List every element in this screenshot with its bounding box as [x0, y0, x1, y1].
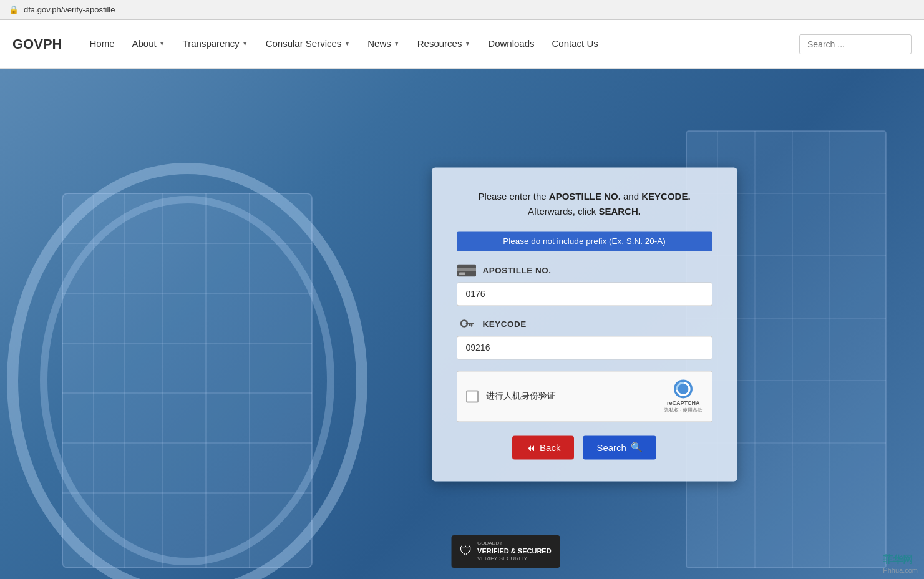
card-title: Please enter the APOSTILLE NO. and KEYCO…	[457, 189, 712, 219]
recaptcha-label: 进行人机身份验证	[486, 391, 556, 402]
nav-item-resources[interactable]: Resources ▼	[409, 20, 480, 69]
recaptcha-subtext1: reCAPTCHA	[664, 400, 703, 407]
card-icon	[457, 263, 477, 277]
notice-box: Please do not include prefix (Ex. S.N. 2…	[457, 231, 712, 251]
browser-bar: 🔒 dfa.gov.ph/verify-apostille	[0, 0, 924, 20]
key-icon	[457, 317, 477, 331]
watermark-chinese: 菲华网	[883, 553, 918, 567]
svg-rect-25	[457, 268, 476, 271]
title-text-part1: Please enter the	[478, 191, 548, 202]
chevron-down-icon: ▼	[394, 40, 400, 47]
godaddy-verify-link: VERIFY SECURITY	[477, 555, 552, 563]
apostille-label: APOSTILLE NO.	[483, 266, 552, 275]
chevron-down-icon: ▼	[344, 40, 350, 47]
search-container	[799, 34, 912, 54]
keycode-input[interactable]	[457, 336, 712, 359]
svg-rect-26	[459, 272, 465, 275]
recaptcha-checkbox[interactable]	[466, 390, 479, 402]
recaptcha-brand-text: reCAPTCHA 隐私权 · 使用条款	[664, 400, 703, 414]
nav-item-home[interactable]: Home	[80, 20, 123, 69]
recaptcha-box[interactable]: 进行人机身份验证 reCAPTCHA 隐私权 · 使用条款	[457, 371, 712, 422]
recaptcha-icon	[673, 379, 693, 399]
title-keycode-bold: KEYCODE.	[641, 191, 690, 202]
search-input[interactable]	[799, 34, 912, 54]
godaddy-badge[interactable]: 🛡 GODADDY VERIFIED & SECURED VERIFY SECU…	[451, 535, 560, 568]
apostille-label-row: APOSTILLE NO.	[457, 263, 712, 277]
apostille-field-group: APOSTILLE NO.	[457, 263, 712, 306]
shield-icon: 🛡	[460, 544, 472, 558]
back-label: Back	[540, 442, 560, 453]
back-button[interactable]: ⏮ Back	[512, 436, 574, 460]
nav-item-about[interactable]: About ▼	[123, 20, 173, 69]
main-content: Please enter the APOSTILLE NO. and KEYCO…	[0, 69, 924, 579]
recaptcha-subtext2: 隐私权 · 使用条款	[664, 407, 703, 414]
nav-items: Home About ▼ Transparency ▼ Consular Ser…	[80, 20, 799, 69]
godaddy-verified: VERIFIED & SECURED	[477, 547, 552, 555]
search-label: Search	[596, 442, 626, 453]
nav-item-news[interactable]: News ▼	[359, 20, 408, 69]
watermark: 菲华网 Phhua.com	[883, 553, 918, 574]
keycode-label-row: KEYCODE	[457, 317, 712, 331]
keycode-label: KEYCODE	[483, 319, 527, 329]
button-row: ⏮ Back Search 🔍	[457, 436, 712, 460]
chevron-down-icon: ▼	[464, 40, 470, 47]
godaddy-badge-text: GODADDY VERIFIED & SECURED VERIFY SECURI…	[477, 540, 552, 563]
nav-item-contact[interactable]: Contact Us	[543, 20, 607, 69]
title-text-part2: and	[621, 191, 641, 202]
search-icon: 🔍	[631, 442, 643, 454]
navbar: GOVPH Home About ▼ Transparency ▼ Consul…	[0, 20, 924, 69]
recaptcha-right: reCAPTCHA 隐私权 · 使用条款	[664, 379, 703, 414]
lock-icon: 🔒	[9, 5, 19, 14]
chevron-down-icon: ▼	[159, 40, 165, 47]
godaddy-top: GODADDY	[477, 540, 552, 547]
verify-card: Please enter the APOSTILLE NO. and KEYCO…	[432, 167, 737, 481]
search-button[interactable]: Search 🔍	[583, 436, 656, 460]
keycode-field-group: KEYCODE	[457, 317, 712, 359]
title-line2: Afterwards, click	[528, 206, 598, 217]
apostille-input[interactable]	[457, 282, 712, 306]
title-search-bold: SEARCH.	[598, 206, 641, 217]
brand-logo[interactable]: GOVPH	[12, 36, 62, 52]
chevron-down-icon: ▼	[242, 40, 248, 47]
recaptcha-left: 进行人机身份验证	[466, 390, 556, 402]
nav-item-downloads[interactable]: Downloads	[479, 20, 543, 69]
title-apostille-bold: APOSTILLE NO.	[549, 191, 621, 202]
browser-url: dfa.gov.ph/verify-apostille	[24, 5, 115, 14]
nav-item-consular[interactable]: Consular Services ▼	[257, 20, 359, 69]
nav-item-transparency[interactable]: Transparency ▼	[174, 20, 257, 69]
back-icon: ⏮	[526, 442, 535, 453]
watermark-domain: Phhua.com	[883, 567, 918, 574]
